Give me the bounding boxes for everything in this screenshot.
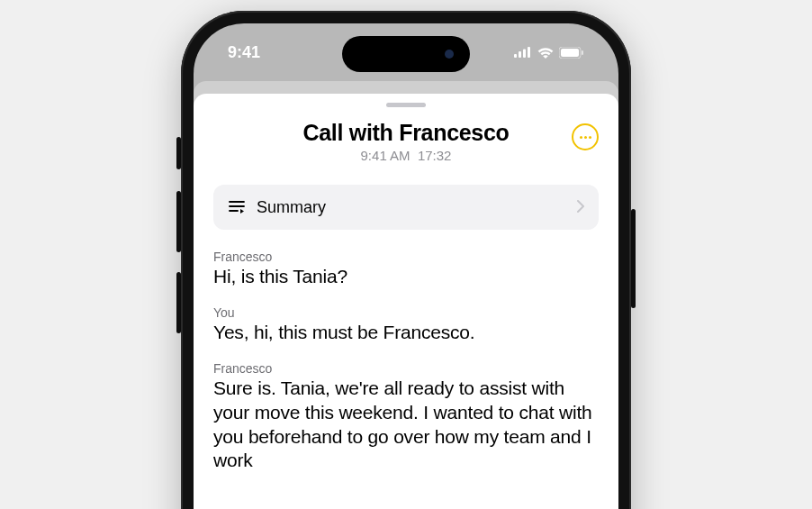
speaker-label: You — [213, 305, 599, 320]
transcript-entry: You Yes, hi, this must be Francesco. — [213, 305, 599, 345]
call-duration: 17:32 — [418, 148, 452, 163]
call-title: Call with Francesco — [213, 120, 599, 146]
svg-rect-5 — [561, 49, 579, 57]
svg-rect-3 — [528, 47, 530, 58]
power-button — [631, 209, 636, 308]
chevron-right-icon — [577, 198, 584, 217]
speaker-label: Francesco — [213, 250, 599, 264]
summary-label: Summary — [257, 198, 566, 217]
svg-rect-1 — [519, 51, 521, 58]
svg-rect-0 — [514, 54, 517, 58]
sheet-header: Call with Francesco 9:41 AM 17:32 — [213, 120, 599, 163]
silent-switch — [176, 137, 181, 169]
phone-frame: 9:41 — [181, 11, 631, 509]
transcript-text: Sure is. Tania, we're all ready to assis… — [213, 377, 599, 474]
sheet-grabber[interactable] — [386, 103, 426, 107]
transcript: Francesco Hi, is this Tania? You Yes, hi… — [213, 250, 599, 473]
volume-up-button — [176, 191, 181, 252]
transcript-entry: Francesco Hi, is this Tania? — [213, 250, 599, 289]
volume-down-button — [176, 272, 181, 333]
more-options-button[interactable] — [572, 123, 599, 150]
call-detail-sheet: Call with Francesco 9:41 AM 17:32 Summar… — [194, 94, 618, 509]
cellular-icon — [514, 47, 532, 58]
status-indicators — [514, 47, 584, 59]
svg-rect-2 — [523, 50, 526, 59]
call-subtitle: 9:41 AM 17:32 — [213, 148, 599, 163]
status-time: 9:41 — [228, 43, 260, 62]
transcript-text: Hi, is this Tania? — [213, 265, 599, 289]
front-camera — [445, 50, 454, 59]
speaker-label: Francesco — [213, 361, 599, 376]
transcript-text: Yes, hi, this must be Francesco. — [213, 321, 599, 345]
screen: 9:41 — [194, 23, 618, 509]
dynamic-island — [342, 36, 470, 72]
svg-rect-6 — [582, 50, 583, 55]
summary-icon — [228, 200, 246, 214]
transcript-entry: Francesco Sure is. Tania, we're all read… — [213, 361, 599, 474]
battery-icon — [559, 47, 584, 59]
call-time: 9:41 AM — [361, 148, 411, 163]
wifi-icon — [537, 47, 554, 59]
summary-row[interactable]: Summary — [213, 185, 599, 230]
